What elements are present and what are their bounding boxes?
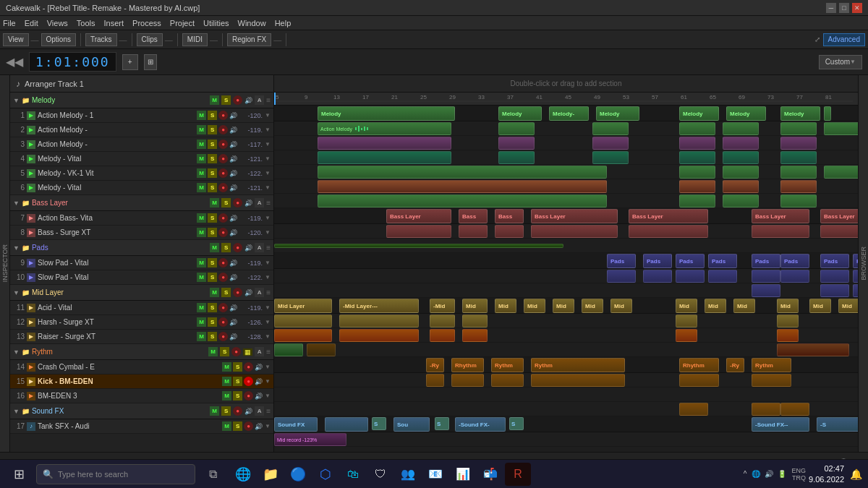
melody-auto[interactable]: A bbox=[255, 95, 264, 105]
menu-tools[interactable]: Tools bbox=[77, 19, 95, 27]
group-clip[interactable]: -Sound FX-- bbox=[752, 417, 809, 432]
group-clip[interactable]: Pads bbox=[780, 254, 809, 268]
search-bar[interactable]: 🔍 Type here to search bbox=[36, 464, 195, 484]
group-clip[interactable]: Pads bbox=[676, 254, 705, 268]
group-clip[interactable] bbox=[325, 417, 368, 432]
group-clip[interactable]: Mid Layer bbox=[274, 299, 332, 313]
track-rec[interactable]: ● bbox=[218, 303, 228, 312]
clip[interactable] bbox=[777, 314, 799, 328]
track-rec[interactable]: ● bbox=[218, 125, 228, 134]
clip[interactable] bbox=[459, 225, 488, 238]
group-clip[interactable]: Mid bbox=[524, 299, 545, 313]
rythm-auto[interactable]: A bbox=[255, 347, 264, 356]
pads-solo[interactable]: S bbox=[221, 243, 231, 252]
rewind-icon[interactable]: ◀◀ bbox=[6, 55, 23, 69]
track-mute[interactable]: M bbox=[197, 303, 206, 312]
clip[interactable] bbox=[679, 166, 715, 179]
track-solo[interactable]: S bbox=[208, 317, 217, 327]
mid-mute[interactable]: M bbox=[210, 288, 219, 297]
track-row[interactable]: 3 ▶ Action Melody - M S ● 🔊 -117. ▼ bbox=[10, 137, 273, 152]
track-row[interactable]: 7 ▶ Action Bass- Vita M S ● 🔊 -119. ▼ bbox=[10, 211, 273, 226]
track-row[interactable]: 1 ▶ Action Melody - 1 M S ● 🔊 -120. ▼ bbox=[10, 108, 273, 123]
group-clip[interactable]: Rhythm bbox=[679, 358, 719, 372]
clip[interactable] bbox=[274, 244, 563, 248]
track-solo[interactable]: S bbox=[208, 125, 217, 134]
bass-solo[interactable]: S bbox=[221, 198, 231, 207]
group-clip[interactable]: Sou bbox=[393, 417, 430, 432]
track-menu[interactable]: ▼ bbox=[265, 378, 271, 385]
clip[interactable] bbox=[274, 314, 332, 328]
track-rec[interactable]: ● bbox=[218, 111, 228, 120]
track-mute[interactable]: M bbox=[197, 154, 206, 163]
track-menu[interactable]: ▼ bbox=[265, 319, 271, 325]
track-rec[interactable]: ● bbox=[218, 140, 228, 149]
track-menu[interactable]: ▼ bbox=[265, 127, 271, 133]
bass-mute[interactable]: M bbox=[210, 198, 219, 207]
office-icon[interactable]: 📊 bbox=[450, 463, 476, 486]
group-clip[interactable]: Mid bbox=[495, 299, 516, 313]
group-clip[interactable]: Sound FX bbox=[274, 417, 318, 432]
track-row[interactable]: 11 ▶ Acid - Vital M S ● 🔊 -119. ▼ bbox=[10, 301, 273, 315]
track-solo[interactable]: S bbox=[208, 273, 217, 282]
midi-btn[interactable]: MIDI bbox=[182, 33, 208, 46]
track-menu[interactable]: ▼ bbox=[265, 141, 271, 147]
bass-vol[interactable]: 🔊 bbox=[244, 200, 252, 207]
track-row[interactable]: 4 ▶ Melody - Vital M S ● 🔊 -121. ▼ bbox=[10, 152, 273, 166]
track-solo[interactable]: S bbox=[208, 332, 217, 341]
app-icon[interactable]: R bbox=[505, 463, 531, 486]
track-menu[interactable]: ▼ bbox=[265, 364, 271, 370]
clip[interactable] bbox=[339, 329, 419, 342]
track-row[interactable]: 15 ▶ Kick - BM-EDEN M S ● 🔊 ▼ bbox=[10, 374, 273, 389]
rythm-rec[interactable]: ● bbox=[231, 347, 241, 356]
track-solo[interactable]: S bbox=[208, 154, 217, 163]
collapse-sfx[interactable]: ▼ bbox=[13, 408, 20, 415]
clip[interactable] bbox=[679, 194, 715, 207]
group-clip[interactable]: Pads bbox=[853, 254, 858, 268]
clip[interactable] bbox=[318, 166, 607, 179]
clip[interactable]: Action Melody bbox=[318, 122, 451, 135]
clip[interactable] bbox=[531, 225, 618, 238]
melody-solo[interactable]: S bbox=[221, 95, 231, 105]
clip[interactable] bbox=[752, 225, 809, 238]
track-mute[interactable]: M bbox=[197, 111, 206, 120]
clip[interactable] bbox=[318, 194, 607, 207]
track-mute[interactable]: M bbox=[197, 332, 206, 341]
group-bass[interactable]: ▼ 📁 Bass Layer M S ● 🔊 A ≡ bbox=[10, 195, 273, 211]
track-mute[interactable]: M bbox=[197, 140, 206, 149]
clip[interactable] bbox=[723, 137, 759, 150]
track-rec[interactable]: ● bbox=[244, 362, 253, 372]
track-rec[interactable]: ● bbox=[218, 154, 228, 163]
pads-expand[interactable]: ≡ bbox=[266, 244, 271, 252]
group-clip[interactable]: Pads bbox=[820, 254, 849, 268]
clip[interactable] bbox=[592, 137, 629, 150]
clip[interactable] bbox=[780, 122, 817, 135]
options-btn[interactable]: Options bbox=[41, 33, 76, 46]
group-clip[interactable]: -S bbox=[817, 417, 858, 432]
explorer-icon[interactable]: 📁 bbox=[258, 463, 284, 486]
outlook-icon[interactable]: 📬 bbox=[477, 463, 503, 486]
group-clip[interactable]: Mid bbox=[777, 299, 799, 313]
track-solo[interactable]: S bbox=[208, 140, 217, 149]
track-mute[interactable]: M bbox=[197, 317, 206, 327]
group-clip[interactable]: Mid bbox=[705, 299, 726, 313]
browser-label[interactable]: BROWSER bbox=[858, 75, 868, 452]
menu-help[interactable]: Help bbox=[275, 19, 292, 27]
clip[interactable] bbox=[780, 194, 817, 207]
teams-icon[interactable]: 👥 bbox=[395, 463, 421, 486]
group-clip[interactable]: -Ry bbox=[426, 358, 444, 372]
clip[interactable] bbox=[462, 314, 488, 328]
group-clip[interactable]: Mid bbox=[462, 299, 488, 313]
track-row[interactable]: 10 ▶ Slow Pad - Vital M S ● 🔊 -122. ▼ bbox=[10, 270, 273, 285]
sfx-rec[interactable]: ● bbox=[233, 406, 242, 416]
menu-insert[interactable]: Insert bbox=[104, 19, 124, 27]
group-clip[interactable]: Bass Layer bbox=[386, 209, 451, 223]
clip[interactable] bbox=[386, 225, 451, 238]
inspector-label[interactable]: INSPECTOR bbox=[0, 75, 10, 452]
track-mute[interactable]: M bbox=[197, 168, 206, 178]
clip[interactable] bbox=[676, 314, 697, 328]
clip[interactable] bbox=[430, 314, 455, 328]
group-clip[interactable]: Rhythm bbox=[451, 358, 484, 372]
melody-rec[interactable]: ● bbox=[233, 95, 242, 105]
track-mute[interactable]: M bbox=[197, 273, 206, 282]
add-time-btn[interactable]: + bbox=[122, 54, 138, 70]
